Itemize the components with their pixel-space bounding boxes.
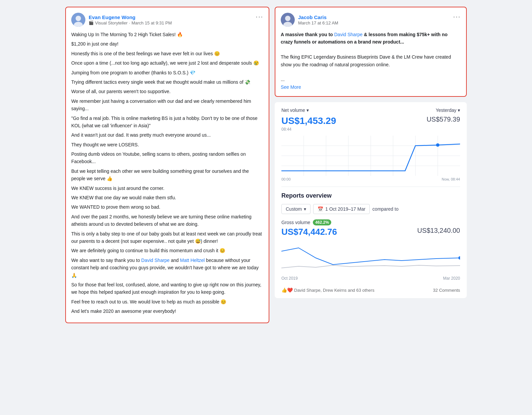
stats-secondary-value: US$579.39 [427,116,460,123]
bottom-reactions: 👍❤️ David Sharpe, Drew Keirns and 63 oth… [281,285,460,293]
post-line-3: Honestly this is one of the best feeling… [71,50,263,57]
gross-chart-start: Oct 2019 [281,276,298,281]
post-line-13: But we kept telling each other we were b… [71,167,263,183]
post-line-20: We also want to say thank you to David S… [71,257,263,279]
svg-point-1 [76,16,81,21]
post-line-8: We remember just having a conversation w… [71,97,263,113]
chevron-down-icon: ▾ [306,108,309,113]
right-david-sharpe-link[interactable]: David Sharpe [334,32,363,37]
poster-separator: · [129,20,130,25]
chart-start-label: 00:00 [281,177,291,181]
post-header-left: Evan Eugene Wong 🎬 Visual Storyteller · … [71,13,172,27]
post-line-10: And it wasn't just our dad. It was prett… [71,131,263,139]
post-line-21: So for those that feel lost, confused, a… [71,281,263,296]
right-post-body: A massive thank you to David Sharpe & le… [281,31,461,91]
post-line-1: Waking Up In The Morning To 2 High Ticke… [71,31,263,38]
gross-main-value: US$74,442.76 [281,227,337,237]
stats-secondary: Yesterday ▾ US$579.39 [427,108,460,123]
custom-label: Custom [286,206,302,212]
post-line-23: And let's make 2020 an awesome year ever… [71,307,263,315]
poster-role: Visual Storyteller [95,20,127,25]
gross-row: US$74,442.76 US$13,240.00 [281,227,460,237]
stats-card: Net volume ▾ US$1,453.29 08:44 Yesterday… [275,102,467,298]
post-line-16: We WANTED to prove them wrong so bad. [71,203,263,211]
reports-controls: Custom ▾ 📅 1 Oct 2019–17 Mar compared to [281,204,460,214]
top-post-card: Jacob Caris March 17 at 6:12 AM ··· A ma… [275,7,467,97]
left-post-card: Evan Eugene Wong 🎬 Visual Storyteller · … [65,7,269,323]
stats-left: Net volume ▾ US$1,453.29 08:44 [281,108,336,136]
right-poster-date: March 17 at 6:12 AM [298,20,338,25]
post-line-22: Feel free to reach out to us. We would l… [71,298,263,305]
poster-meta: 🎬 Visual Storyteller · March 15 at 9:31 … [89,20,172,25]
post-line-14: We KNEW success is just around the corne… [71,185,263,192]
reports-card: Reports overview Custom ▾ 📅 1 Oct 2019–1… [281,192,460,293]
post-line-9: "Go find a real job. This is online mark… [71,115,263,130]
stats-chart-area [281,136,460,176]
calendar-icon: 📅 [318,206,323,212]
chart-dot [436,143,439,147]
compared-to-label: compared to [372,206,398,212]
stats-row: Net volume ▾ US$1,453.29 08:44 Yesterday… [281,108,460,136]
post-line-7: Worse of all, our parents weren't too su… [71,88,263,95]
post-line-17: And over the past 2 months, we honestly … [71,213,263,228]
post-line-15: We KNEW that one day we would make them … [71,194,263,201]
david-sharpe-link[interactable]: David Sharpe [141,258,170,263]
reports-title: Reports overview [281,192,460,199]
right-more-options-icon[interactable]: ··· [453,13,461,20]
right-poster-name[interactable]: Jacob Caris [298,14,338,20]
stats-time: 08:44 [281,127,336,132]
net-volume-dropdown[interactable]: Net volume ▾ [281,108,309,113]
bottom-chart-axis: Oct 2019 Mar 2020 [281,276,460,281]
stats-header: Net volume ▾ [281,108,336,113]
reactions-names: David Sharpe, Drew Keirns and 63 others [294,288,374,293]
right-panel: Jacob Caris March 17 at 6:12 AM ··· A ma… [275,7,467,323]
chart-end-label: Now, 08:44 [442,177,460,181]
gross-chart-svg [281,241,460,275]
post-line-18: This is only a baby step to one of our b… [71,230,263,245]
percent-badge: 462.2% [313,219,331,225]
post-header: Evan Eugene Wong 🎬 Visual Storyteller · … [71,13,263,27]
post-line-11: They thought we were LOSERS. [71,141,263,148]
comments-count: 32 Comments [433,288,460,293]
right-post-bold-prefix: A massive thank you to [281,32,334,37]
avatar-image [71,13,85,27]
custom-chevron-icon: ▾ [304,206,306,212]
right-post-ellipsis: ... [281,76,461,83]
period-label: Yesterday [436,108,456,113]
period-chevron-icon: ▾ [458,108,460,113]
net-volume-label: Net volume [281,108,305,113]
post-body: Waking Up In The Morning To 2 High Ticke… [71,31,263,315]
poster-date: March 15 at 9:31 PM [131,20,172,25]
avatar [71,13,85,27]
date-range-label: 1 Oct 2019–17 Mar [325,206,365,212]
post-line-5: Jumping from one program to another (tha… [71,69,263,76]
post-line-4: Once upon a time (...not too long ago ac… [71,59,263,67]
right-poster-info: Jacob Caris March 17 at 6:12 AM [298,14,338,25]
right-avatar [281,13,295,27]
gross-secondary-value: US$13,240.00 [417,227,460,234]
post-line-12: Posting dumb videos on Youtube, selling … [71,150,263,165]
gross-chart-dot [458,256,460,260]
custom-dropdown-button[interactable]: Custom ▾ [281,204,311,214]
divider [281,187,460,187]
svg-point-4 [285,16,290,21]
stats-main-value: US$1,453.29 [281,116,336,126]
date-range-button[interactable]: 📅 1 Oct 2019–17 Mar [313,204,370,214]
see-more-link[interactable]: See More [281,84,301,90]
right-post-header: Jacob Caris March 17 at 6:12 AM ··· [281,13,461,27]
matt-heltzel-link[interactable]: Matt Heltzel [180,258,205,263]
post-line-19: We are definitely going to continue to b… [71,247,263,254]
like-icon: 👍❤️ [281,287,293,293]
chart-axis: 00:00 Now, 08:44 [281,177,460,181]
right-poster-meta: March 17 at 6:12 AM [298,20,338,25]
gross-chart-end: Mar 2020 [443,276,460,281]
poster-name[interactable]: Evan Eugene Wong [89,14,172,20]
period-dropdown[interactable]: Yesterday ▾ [427,108,460,113]
storyteller-icon: 🎬 [89,20,94,25]
more-options-icon[interactable]: ··· [256,13,263,20]
reactions-left: 👍❤️ David Sharpe, Drew Keirns and 63 oth… [281,287,374,293]
post-line-6: Trying different tactics every single we… [71,78,263,86]
gross-volume-label: Gross volume [281,220,310,225]
poster-info: Evan Eugene Wong 🎬 Visual Storyteller · … [89,14,172,25]
stats-chart-svg [281,136,460,176]
